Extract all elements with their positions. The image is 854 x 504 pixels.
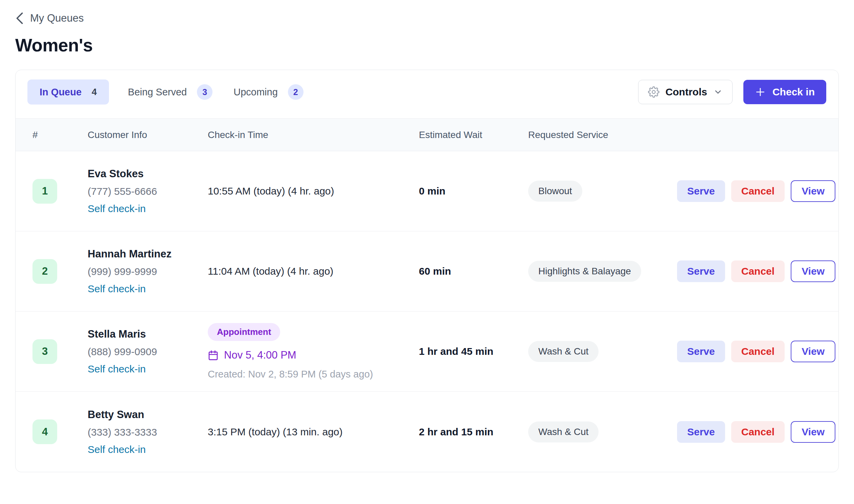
view-button[interactable]: View	[791, 260, 835, 282]
queue-card: In Queue 4 Being Served 3 Upcoming 2	[15, 70, 839, 472]
table-row: 3 Stella Maris (888) 999-0909 Self check…	[16, 311, 838, 392]
tab-in-queue[interactable]: In Queue 4	[28, 79, 109, 105]
gear-icon	[648, 86, 659, 98]
check-in-button[interactable]: Check in	[743, 80, 826, 104]
column-header-estimated-wait: Estimated Wait	[419, 129, 528, 140]
check-in-button-label: Check in	[772, 86, 815, 98]
tab-count-badge: 3	[197, 84, 213, 100]
serve-button[interactable]: Serve	[677, 180, 725, 202]
appointment-created-label: Created: Nov 2, 8:59 PM (5 days ago)	[208, 369, 373, 380]
tab-being-served[interactable]: Being Served 3	[126, 79, 214, 105]
estimated-wait: 0 min	[419, 185, 528, 197]
queue-page: My Queues Women's In Queue 4 Being Serve…	[0, 0, 854, 472]
tab-count-badge: 2	[288, 84, 303, 100]
queue-toolbar: In Queue 4 Being Served 3 Upcoming 2	[16, 70, 838, 119]
estimated-wait: 2 hr and 15 min	[419, 426, 528, 438]
page-title: Women's	[15, 35, 839, 55]
cancel-button[interactable]: Cancel	[731, 341, 785, 362]
estimated-wait: 60 min	[419, 266, 528, 277]
requested-service-chip: Wash & Cut	[528, 341, 599, 362]
queue-tabs: In Queue 4 Being Served 3 Upcoming 2	[28, 79, 305, 105]
view-button[interactable]: View	[791, 421, 835, 443]
cancel-button[interactable]: Cancel	[731, 180, 785, 202]
table-row: 2 Hannah Martinez (999) 999-9999 Self ch…	[16, 231, 838, 311]
self-check-in-label: Self check-in	[88, 444, 208, 455]
serve-button[interactable]: Serve	[677, 260, 725, 282]
queue-position-badge: 2	[33, 259, 57, 284]
customer-phone: (999) 999-9999	[88, 266, 208, 277]
controls-button-label: Controls	[665, 86, 707, 98]
queue-position-badge: 4	[33, 419, 57, 444]
tab-label: Upcoming	[233, 87, 278, 98]
serve-button[interactable]: Serve	[677, 421, 725, 443]
controls-button[interactable]: Controls	[638, 80, 732, 104]
back-link-label: My Queues	[30, 12, 84, 24]
tab-label: Being Served	[128, 87, 187, 98]
check-in-time: 11:04 AM (today) (4 hr. ago)	[208, 266, 419, 277]
self-check-in-label: Self check-in	[88, 283, 208, 294]
estimated-wait: 1 hr and 45 min	[419, 346, 528, 357]
appointment-time: Nov 5, 4:00 PM	[224, 349, 297, 361]
customer-phone: (888) 999-0909	[88, 346, 208, 358]
chevron-left-icon	[15, 13, 24, 24]
customer-phone: (777) 555-6666	[88, 186, 208, 197]
check-in-time: 10:55 AM (today) (4 hr. ago)	[208, 185, 419, 197]
cancel-button[interactable]: Cancel	[731, 260, 785, 282]
view-button[interactable]: View	[791, 341, 835, 362]
requested-service-chip: Blowout	[528, 181, 582, 202]
plus-icon	[755, 87, 766, 97]
requested-service-chip: Highlights & Balayage	[528, 261, 641, 282]
table-row: 1 Eva Stokes (777) 555-6666 Self check-i…	[16, 151, 838, 231]
customer-phone: (333) 333-3333	[88, 427, 208, 438]
tab-upcoming[interactable]: Upcoming 2	[231, 79, 305, 105]
back-to-my-queues-link[interactable]: My Queues	[15, 12, 84, 24]
customer-name: Eva Stokes	[88, 168, 208, 180]
requested-service-chip: Wash & Cut	[528, 421, 599, 443]
column-header-number: #	[33, 129, 88, 140]
queue-position-badge: 1	[33, 179, 57, 204]
self-check-in-label: Self check-in	[88, 363, 208, 375]
cancel-button[interactable]: Cancel	[731, 421, 785, 443]
column-header-checkin-time: Check-in Time	[208, 129, 419, 140]
view-button[interactable]: View	[791, 180, 835, 202]
table-header-row: # Customer Info Check-in Time Estimated …	[16, 119, 838, 151]
column-header-requested-service: Requested Service	[528, 129, 677, 140]
check-in-time: 3:15 PM (today) (13 min. ago)	[208, 426, 419, 438]
appointment-badge: Appointment	[208, 323, 280, 341]
toolbar-actions: Controls Check in	[638, 80, 826, 104]
customer-name: Stella Maris	[88, 328, 208, 340]
column-header-customer-info: Customer Info	[88, 129, 208, 140]
tab-label: In Queue	[40, 87, 82, 98]
serve-button[interactable]: Serve	[677, 341, 725, 362]
chevron-down-icon	[713, 87, 723, 97]
customer-name: Hannah Martinez	[88, 248, 208, 260]
calendar-icon	[208, 350, 218, 361]
queue-position-badge: 3	[33, 339, 57, 364]
table-row: 4 Betty Swan (333) 333-3333 Self check-i…	[16, 392, 838, 472]
tab-count: 4	[92, 87, 97, 97]
self-check-in-label: Self check-in	[88, 203, 208, 214]
customer-name: Betty Swan	[88, 409, 208, 421]
